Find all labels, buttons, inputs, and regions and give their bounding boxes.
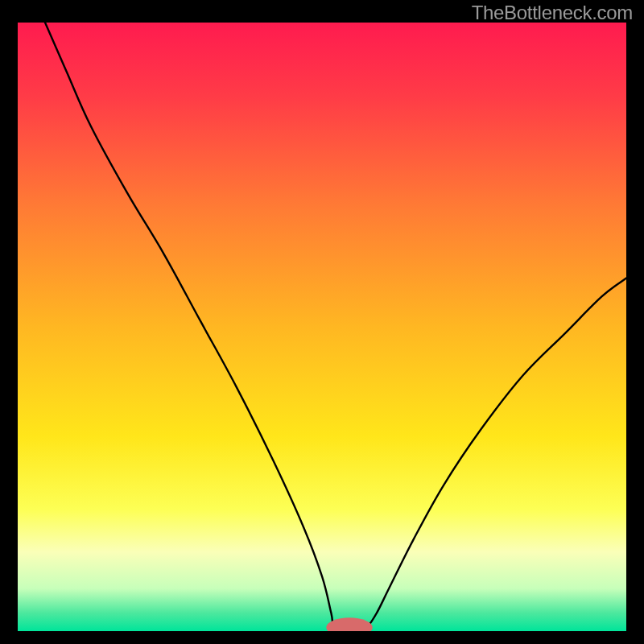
plot-area — [18, 23, 626, 631]
chart-frame: TheBottleneck.com — [0, 0, 644, 644]
watermark-text: TheBottleneck.com — [472, 2, 633, 24]
bottleneck-chart — [18, 23, 626, 631]
gradient-background — [18, 23, 626, 631]
